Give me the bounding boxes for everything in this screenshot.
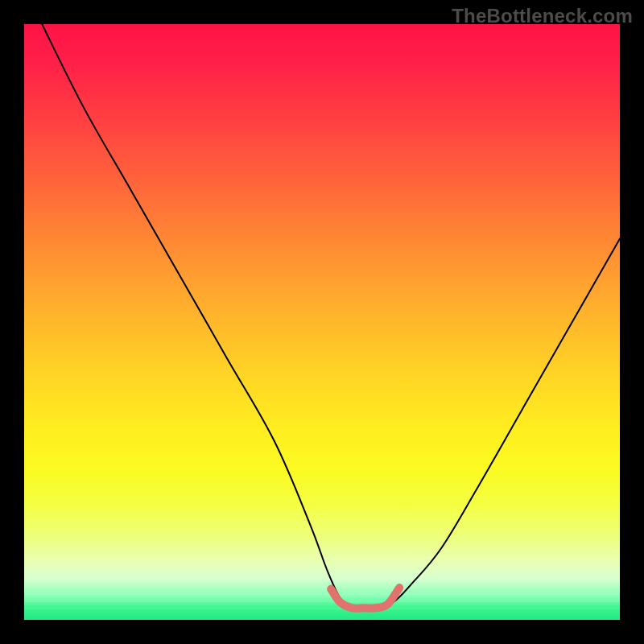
flat-minimum-highlight-path <box>331 588 399 609</box>
curve-layer <box>24 24 620 620</box>
watermark-label: TheBottleneck.com <box>452 5 633 27</box>
plot-area <box>24 24 620 620</box>
bottleneck-curve-path <box>42 24 620 609</box>
chart-frame: TheBottleneck.com <box>0 0 644 644</box>
